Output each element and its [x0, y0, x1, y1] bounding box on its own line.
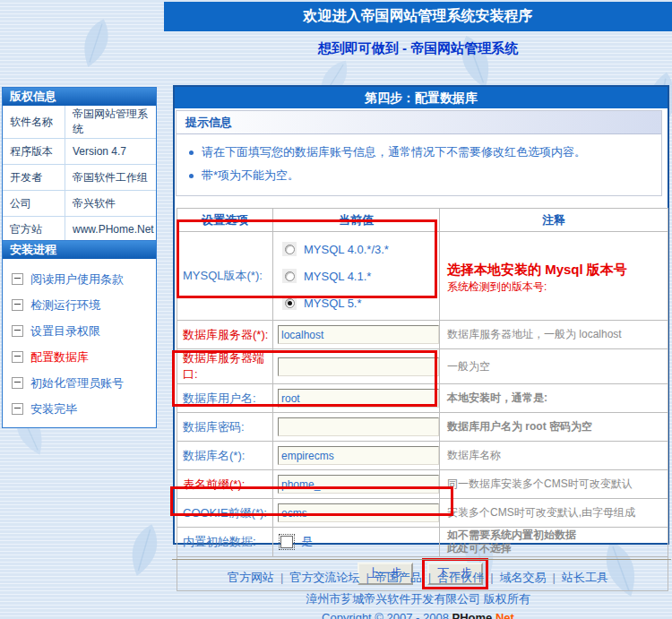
footer-link-partners[interactable]: 合作伙伴 [437, 570, 484, 586]
leaf-decoration [70, 12, 122, 74]
copyright-value: 帝国软件工作组 [65, 165, 157, 191]
copyright-line: Copyright © 2007 - 2008 PHome.Net [164, 611, 672, 619]
step-title: 第四步：配置数据库 [175, 87, 668, 108]
db-name-label: 数据库名(*): [177, 442, 273, 470]
copyright-label: 官方站 [3, 217, 65, 243]
tip-item: 请在下面填写您的数据库账号信息，通常情况下不需要修改红色选项内容。 [177, 141, 661, 164]
cookie-prefix-comment: 安装多个CMS时可改变默认,由字母组成 [440, 499, 668, 528]
copyright-label: 软件名称 [3, 106, 65, 139]
copyright-table: 软件名称 帝国网站管理系统 程序版本 Version 4.7 开发者 帝国软件工… [3, 106, 156, 242]
radio-option-mysql40[interactable]: MYSQL 4.0.*/3.* [282, 236, 439, 262]
radio-icon[interactable] [282, 242, 297, 256]
tree-minus-icon [12, 351, 23, 363]
builtin-data-label: 内置初始数据: [177, 528, 273, 557]
db-name-row: 数据库名(*): 数据库名称 [177, 442, 668, 470]
db-server-label: 数据库服务器(*): [177, 321, 273, 349]
copyright-label: 开发者 [3, 165, 65, 191]
bullet-icon [189, 174, 194, 178]
db-config-table: 设置选项 当前值 注释 MYSQL版本(*): MYSQL 4.0.*/3.* … [177, 208, 668, 591]
copyright-value: 帝国网站管理系统 [65, 106, 157, 139]
column-header-comment: 注释 [440, 209, 668, 232]
mysql-version-comment: 选择本地安装的 Mysql 版本号 系统检测到的版本号: [440, 232, 668, 321]
installer-page: 欢迎进入帝国网站管理系统安装程序 想到即可做到 - 帝国网站管理系统 版权信息 … [0, 0, 672, 619]
builtin-data-checkbox[interactable] [280, 536, 293, 548]
cookie-prefix-row: COOKIE前缀(*): 安装多个CMS时可改变默认,由字母组成 [177, 499, 668, 528]
db-username-row: 数据库用户名: 本地安装时，通常是: [177, 384, 668, 413]
cookie-prefix-label: COOKIE前缀(*): [177, 499, 273, 528]
progress-step-check-env: 检测运行环境 [12, 292, 156, 318]
annotation-text: 数据库用户名为 root 密码为空 [440, 413, 668, 442]
footer-link-webmaster-tools[interactable]: 站长工具 [562, 570, 608, 586]
footer-links: 官方网站|官方交流论坛|帝国产品|合作伙伴|域名交易|站长工具 [164, 570, 672, 586]
cookie-prefix-input[interactable] [278, 503, 439, 522]
column-header-option: 设置选项 [177, 209, 273, 232]
progress-panel-title: 安装进程 [3, 241, 156, 259]
column-header-value: 当前值 [273, 209, 440, 232]
builtin-data-checkbox-label: 是 [301, 535, 313, 548]
progress-step-read-terms: 阅读用户使用条款 [12, 266, 156, 292]
brand-name: PHome. [452, 611, 495, 619]
annotation-text: 选择本地安装的 Mysql 版本号 [447, 261, 667, 279]
builtin-data-row: 内置初始数据: 是 如不需要系统内置初始数据 此处可不选择 [177, 528, 668, 557]
copyright-panel: 版权信息 软件名称 帝国网站管理系统 程序版本 Version 4.7 开发者 … [2, 87, 157, 243]
tips-box: 提示信息 请在下面填写您的数据库账号信息，通常情况下不需要修改红色选项内容。 带… [176, 110, 662, 196]
install-progress-panel: 安装进程 阅读用户使用条款 检测运行环境 设置目录权限 配置数据库 初始化管理员… [2, 240, 157, 428]
tree-minus-icon [12, 325, 23, 337]
annotation-text: 系统检测到的版本号: [447, 279, 667, 295]
annotation-text: 本地安装时，通常是: [440, 384, 668, 413]
main-panel: 第四步：配置数据库 提示信息 请在下面填写您的数据库账号信息，通常情况下不需要修… [173, 85, 669, 545]
radio-option-mysql5-selected[interactable]: MYSQL 5.* [282, 289, 439, 316]
db-password-row: 数据库密码: 数据库用户名为 root 密码为空 [177, 413, 668, 442]
db-port-row: 数据库服务器端口: 一般为空 [177, 349, 668, 384]
company-copyright: 漳州市芗城帝兴软件开发有限公司 版权所有 [164, 591, 672, 607]
db-server-input[interactable] [278, 325, 439, 344]
db-name-input[interactable] [278, 446, 439, 465]
footer-link-domains[interactable]: 域名交易 [500, 570, 547, 586]
db-port-input[interactable] [278, 357, 439, 376]
db-server-comment: 数据库服务器地址，一般为 localhost [440, 321, 668, 349]
tree-minus-icon [12, 403, 23, 415]
table-header-row: 设置选项 当前值 注释 [177, 209, 668, 232]
db-name-comment: 数据库名称 [440, 442, 668, 470]
copyright-label: 程序版本 [3, 139, 65, 165]
table-prefix-comment: 同一数据库安装多个CMS时可改变默认 [440, 470, 668, 499]
bullet-icon [189, 150, 194, 155]
db-username-input[interactable] [278, 389, 439, 408]
db-password-input[interactable] [278, 417, 439, 436]
footer-link-official-site[interactable]: 官方网站 [228, 570, 274, 586]
footer: 官方网站|官方交流论坛|帝国产品|合作伙伴|域名交易|站长工具 漳州市芗城帝兴软… [164, 570, 672, 619]
progress-step-dir-perms: 设置目录权限 [12, 318, 156, 344]
table-row: 软件名称 帝国网站管理系统 [3, 106, 156, 139]
tips-body: 请在下面填写您的数据库账号信息，通常情况下不需要修改红色选项内容。 带*项为不能… [177, 134, 661, 195]
table-row: 开发者 帝国软件工作组 [3, 165, 156, 191]
progress-step-init-admin: 初始化管理员账号 [12, 370, 156, 396]
copyright-panel-title: 版权信息 [3, 88, 156, 106]
mysql-version-options: MYSQL 4.0.*/3.* MYSQL 4.1.* MYSQL 5.* [273, 232, 440, 321]
footer-link-products[interactable]: 帝国产品 [375, 570, 422, 586]
radio-checked-icon[interactable] [282, 296, 297, 310]
official-site-link[interactable]: www.PHome.Net [65, 217, 157, 243]
db-username-label: 数据库用户名: [177, 384, 273, 413]
table-prefix-input[interactable] [278, 475, 439, 494]
page-title: 欢迎进入帝国网站管理系统安装程序 [164, 2, 672, 31]
progress-step-config-db-current: 配置数据库 [12, 344, 156, 370]
annotation-text: 如不需要系统内置初始数据 此处可不选择 [440, 528, 668, 557]
radio-icon[interactable] [282, 269, 297, 283]
brand-suffix: Net [495, 611, 514, 619]
db-port-label: 数据库服务器端口: [177, 349, 273, 384]
mysql-version-label: MYSQL版本(*): [177, 232, 273, 321]
db-server-row: 数据库服务器(*): 数据库服务器地址，一般为 localhost [177, 321, 668, 349]
db-port-comment: 一般为空 [440, 349, 668, 384]
progress-list: 阅读用户使用条款 检测运行环境 设置目录权限 配置数据库 初始化管理员账号 安装… [3, 259, 156, 427]
table-row: 程序版本 Version 4.7 [3, 139, 156, 165]
footer-link-forum[interactable]: 官方交流论坛 [289, 570, 359, 586]
db-password-label: 数据库密码: [177, 413, 273, 442]
tip-item: 带*项为不能为空。 [177, 164, 661, 187]
table-prefix-row: 表名前缀(*): 同一数据库安装多个CMS时可改变默认 [177, 470, 668, 499]
copyright-value: Version 4.7 [65, 139, 157, 165]
table-prefix-label: 表名前缀(*): [177, 470, 273, 499]
radio-option-mysql41[interactable]: MYSQL 4.1.* [282, 262, 439, 289]
mysql-version-row: MYSQL版本(*): MYSQL 4.0.*/3.* MYSQL 4.1.* … [177, 232, 668, 321]
tree-minus-icon [12, 299, 23, 311]
copyright-label: 公司 [3, 191, 65, 217]
